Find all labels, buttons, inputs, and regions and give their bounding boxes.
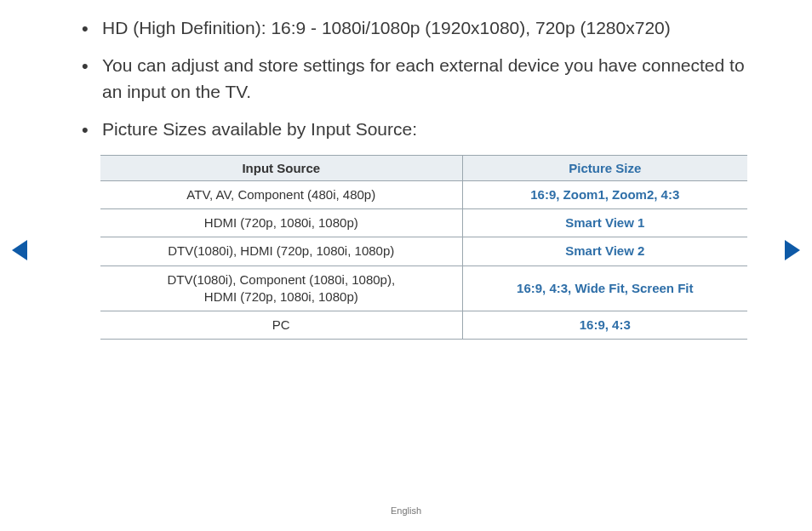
cell-source: PC <box>100 311 462 340</box>
table-row: HDMI (720p, 1080i, 1080p) Smart View 1 <box>100 209 747 237</box>
prev-page-arrow[interactable] <box>12 240 27 260</box>
cell-size: 16:9, 4:3, Wide Fit, Screen Fit <box>462 266 747 311</box>
bullet-text: HD (High Definition): 16:9 - 1080i/1080p… <box>102 18 671 37</box>
table-row: DTV(1080i), HDMI (720p, 1080i, 1080p) Sm… <box>100 237 747 266</box>
bullet-text: You can adjust and store settings for ea… <box>102 55 745 100</box>
cell-source: HDMI (720p, 1080i, 1080p) <box>100 209 462 237</box>
cell-source: ATV, AV, Component (480i, 480p) <box>100 180 462 208</box>
next-page-arrow[interactable] <box>785 240 800 260</box>
cell-source: DTV(1080i), HDMI (720p, 1080i, 1080p) <box>100 237 462 266</box>
header-picture-size: Picture Size <box>462 155 747 180</box>
bullet-item: HD (High Definition): 16:9 - 1080i/1080p… <box>77 15 758 41</box>
footer-language: English <box>0 505 812 516</box>
cell-source-line: HDMI (720p, 1080i, 1080p) <box>107 288 455 305</box>
cell-size: 16:9, Zoom1, Zoom2, 4:3 <box>462 180 747 208</box>
table-row: PC 16:9, 4:3 <box>100 311 747 340</box>
cell-size: Smart View 1 <box>462 209 747 237</box>
cell-size: Smart View 2 <box>462 237 747 266</box>
bullet-item: You can adjust and store settings for ea… <box>77 53 758 105</box>
header-input-source: Input Source <box>100 155 462 180</box>
bullet-text: Picture Sizes available by Input Source: <box>102 119 417 139</box>
page-content: HD (High Definition): 16:9 - 1080i/1080p… <box>77 15 758 340</box>
bullet-list: HD (High Definition): 16:9 - 1080i/1080p… <box>77 15 758 143</box>
cell-source-line: DTV(1080i), Component (1080i, 1080p), <box>107 271 455 288</box>
picture-size-table: Input Source Picture Size ATV, AV, Compo… <box>100 155 747 340</box>
table-header-row: Input Source Picture Size <box>100 155 747 180</box>
cell-size: 16:9, 4:3 <box>462 311 747 340</box>
cell-source: DTV(1080i), Component (1080i, 1080p), HD… <box>100 266 462 311</box>
table-row: DTV(1080i), Component (1080i, 1080p), HD… <box>100 266 747 311</box>
bullet-item: Picture Sizes available by Input Source: <box>77 117 758 142</box>
table-row: ATV, AV, Component (480i, 480p) 16:9, Zo… <box>100 180 747 208</box>
